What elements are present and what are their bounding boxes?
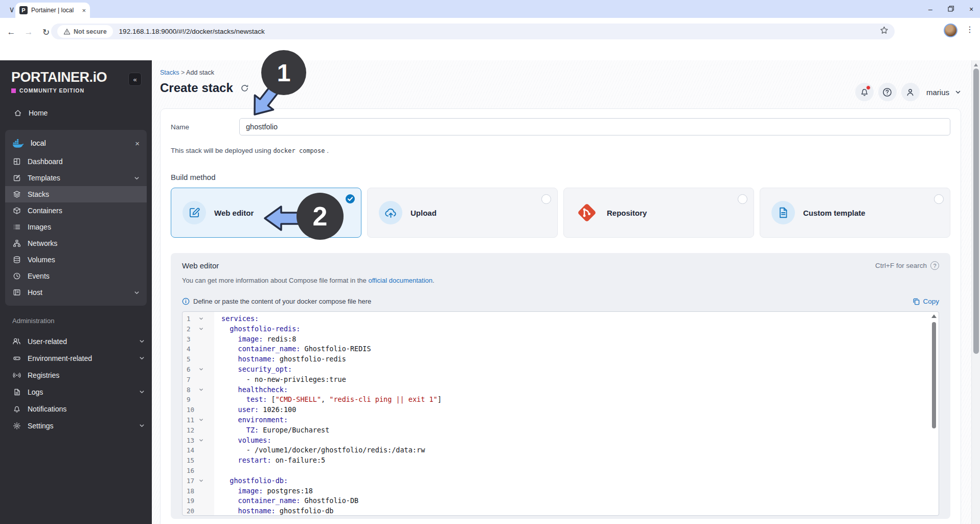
sidebar-item-host[interactable]: Host [5,284,147,301]
code-line: 8 healthcheck: [183,385,939,395]
line-number: 5 [183,354,197,364]
fold-spacer [197,405,214,415]
browser-profile-avatar[interactable] [944,24,958,37]
deploy-note: This stack will be deployed using docker… [171,147,950,154]
build-method-repository[interactable]: Repository [563,188,754,238]
sidebar-item-containers[interactable]: Containers [5,202,147,219]
fold-spacer [197,375,214,385]
tab-close-icon[interactable]: × [82,7,86,14]
radio-unselected[interactable] [541,194,551,204]
browser-menu-icon[interactable]: ⋮ [966,25,974,34]
sidebar-collapse-button[interactable]: « [128,73,142,86]
line-number: 20 [183,506,197,516]
code-text: hostname: ghostfolio-db [214,506,333,516]
line-number: 18 [183,486,197,496]
chevron-down-icon[interactable] [955,89,961,95]
window-restore-icon[interactable] [947,5,954,13]
environment-name: local [31,139,46,147]
fold-spacer [197,506,214,516]
sidebar-item-logs[interactable]: Logs [0,383,152,400]
forward-icon[interactable]: → [21,25,36,39]
fold-chevron-icon[interactable] [197,314,214,324]
custom-template-icon [771,201,795,224]
build-method-label: Custom template [803,209,865,217]
build-method-custom-template[interactable]: Custom template [760,188,950,238]
sidebar-item-images[interactable]: Images [5,219,147,235]
help-icon[interactable]: ? [930,261,939,270]
browser-tab[interactable]: P Portainer | local × [15,3,90,18]
logs-icon [12,388,21,396]
sidebar-item-events[interactable]: Events [5,268,147,284]
editor-scrollbar[interactable] [931,313,937,514]
sidebar-item-volumes[interactable]: Volumes [5,252,147,268]
name-label: Name [171,123,239,131]
window-close-icon[interactable]: × [968,5,975,13]
fold-chevron-icon[interactable] [197,476,214,486]
environment-header[interactable]: local × [5,133,147,153]
radio-unselected[interactable] [738,194,747,204]
sidebar-item-templates[interactable]: Templates [5,170,147,186]
environment-close-icon[interactable]: × [135,139,140,148]
code-text: image: postgres:18 [214,486,313,496]
notification-dot [866,85,871,90]
editor-scrollbar-thumb[interactable] [932,322,936,428]
web-editor-icon [183,201,206,224]
sidebar-item-user-related[interactable]: User-related [0,333,152,350]
radio-unselected[interactable] [934,194,944,204]
web-editor-title: Web editor [182,261,219,270]
sidebar-item-notifications[interactable]: Notifications [0,400,152,417]
copy-button[interactable]: Copy [913,298,939,305]
compose-code-editor[interactable]: 1services:2 ghostfolio-redis:3 image: re… [182,311,939,516]
user-menu-button[interactable] [901,83,920,101]
build-method-upload[interactable]: Upload [367,188,558,238]
breadcrumb-stacks-link[interactable]: Stacks [160,69,179,76]
window-minimize-icon[interactable]: – [927,5,934,13]
scroll-up-icon[interactable] [974,63,978,66]
sidebar-item-environment-related[interactable]: Environment-related [0,350,152,367]
registries-icon [12,371,21,379]
line-number: 2 [183,324,197,334]
line-number: 3 [183,334,197,345]
code-line: 12 TZ: Europe/Bucharest [183,425,939,436]
official-documentation-link[interactable]: official documentation [368,277,432,284]
notifications-bell-button[interactable] [855,83,874,101]
fold-chevron-icon[interactable] [197,324,214,334]
sidebar-item-label: Stacks [28,190,49,198]
chevron-down-icon [139,389,145,395]
back-icon[interactable]: ← [4,25,18,39]
sidebar-item-dashboard[interactable]: Dashboard [5,153,147,170]
fold-chevron-icon[interactable] [197,415,214,425]
code-line: 14 - /volume1/docker/ghostfolio/redis:/d… [183,445,939,455]
scroll-up-icon[interactable] [931,314,937,318]
sidebar-item-label: Settings [28,422,54,430]
window-scrollbar-thumb[interactable] [973,69,979,354]
url-bar[interactable]: Not secure 192.168.1.18:9000/#!/2/docker… [51,24,895,39]
code-line: 3 image: redis:8 [183,334,939,345]
sidebar-item-networks[interactable]: Networks [5,235,147,252]
sidebar-item-label: Logs [28,388,43,396]
code-line: 7 - no-new-privileges:true [183,375,939,385]
stack-name-input[interactable] [239,118,950,135]
help-button[interactable] [878,83,897,101]
username[interactable]: marius [926,88,949,97]
window-scrollbar[interactable] [971,60,980,524]
sidebar-item-stacks[interactable]: Stacks [5,186,147,202]
sidebar-item-registries[interactable]: Registries [0,367,152,383]
code-line: 10 user: 1026:100 [183,405,939,415]
sidebar-item-home[interactable]: Home [6,104,146,122]
fold-chevron-icon[interactable] [197,385,214,395]
code-text: ghostfolio-db: [214,476,288,486]
fold-chevron-icon[interactable] [197,364,214,375]
fold-spacer [197,395,214,405]
annotation-step-2: 2 [297,193,344,240]
selected-check-icon[interactable] [345,194,355,204]
fold-spacer [197,496,214,506]
chevron-down-icon [139,338,145,344]
fold-chevron-icon[interactable] [197,436,214,446]
host-icon [12,288,21,297]
sidebar-item-label: User-related [28,337,67,346]
sidebar-item-settings[interactable]: Settings [0,417,152,434]
code-text [214,466,221,476]
not-secure-chip[interactable]: Not secure [57,25,113,38]
bookmark-star-icon[interactable] [880,26,888,37]
